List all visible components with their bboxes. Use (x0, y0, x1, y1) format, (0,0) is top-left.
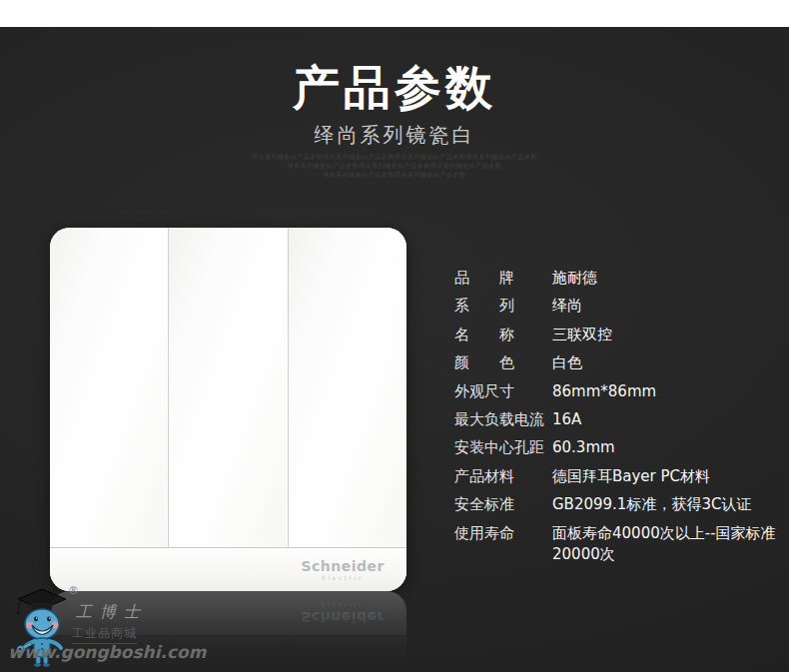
spec-label: 安装中心孔距 (454, 437, 552, 457)
spec-label: 名称 (454, 325, 552, 344)
watermark-name: 工博士 (76, 602, 148, 623)
top-white-strip (0, 0, 789, 27)
schneider-logo-subtext: Electric (301, 575, 385, 581)
spec-label: 颜色 (454, 352, 552, 372)
switch-panel-image: Schneider Electric (50, 228, 406, 591)
spec-row-dimensions: 外观尺寸 86mm*86mm (454, 377, 789, 405)
schneider-logo-text: Schneider (301, 559, 385, 573)
spec-row-max-current: 最大负载电流 16A (454, 405, 789, 433)
spec-value: 60.3mm (552, 437, 789, 458)
spec-row-brand: 品牌 施耐德 (454, 264, 789, 292)
micro-text-line: 绎尚系列镜瓷白产品参数绎尚系列镜瓷白产品参数绎尚系列镜瓷白产品参数绎尚系列镜瓷白… (0, 152, 789, 161)
spec-value: 绎尚 (552, 296, 789, 317)
spec-value: 白色 (552, 352, 789, 373)
schneider-logo: Schneider Electric (301, 559, 385, 581)
switch-rockers (50, 228, 406, 547)
spec-label: 产品材料 (454, 466, 552, 486)
spec-value: 面板寿命40000次以上--国家标准20000次 (552, 523, 789, 565)
spec-row-lifespan: 使用寿命 面板寿命40000次以上--国家标准20000次 (454, 519, 789, 565)
spec-value: 施耐德 (552, 268, 789, 289)
spec-row-series: 系列 绎尚 (454, 292, 789, 320)
watermark: ® 工博士 工业品商城 www.gongboshi.com (8, 582, 193, 672)
spec-label: 品牌 (454, 268, 552, 288)
watermark-url: www.gongboshi.com (8, 642, 206, 662)
rocker-right (288, 228, 406, 547)
page-title: 产品参数 (0, 64, 789, 111)
page-subtitle: 绎尚系列镜瓷白 (0, 125, 789, 145)
registered-trademark-icon: ® (68, 584, 79, 597)
spec-row-color: 颜色 白色 (454, 348, 789, 376)
spec-row-name: 名称 三联双控 (454, 321, 789, 348)
spec-row-safety-standard: 安全标准 GB2099.1标准，获得3C认证 (454, 490, 789, 518)
spec-label: 系列 (454, 296, 552, 316)
spec-value: 德国拜耳Bayer PC材料 (552, 466, 789, 487)
micro-text-line: 绎尚系列镜瓷白产品参数绎尚系列镜瓷白产品参数绎尚系列镜瓷白产品参数 (0, 161, 789, 170)
spec-row-hole-distance: 安装中心孔距 60.3mm (454, 433, 789, 461)
rocker-middle (168, 228, 287, 547)
spec-label: 使用寿命 (454, 523, 552, 543)
micro-text-line: 绎尚系列镜瓷白产品参数绎尚系列镜瓷白产品参数 (0, 170, 789, 179)
product-parameters-page: 产品参数 绎尚系列镜瓷白 绎尚系列镜瓷白产品参数绎尚系列镜瓷白产品参数绎尚系列镜… (0, 0, 789, 672)
decorative-micro-text: 绎尚系列镜瓷白产品参数绎尚系列镜瓷白产品参数绎尚系列镜瓷白产品参数绎尚系列镜瓷白… (0, 152, 789, 179)
spec-label: 安全标准 (454, 494, 552, 514)
spec-value: 16A (552, 409, 789, 430)
spec-table: 品牌 施耐德 系列 绎尚 名称 三联双控 颜色 白色 外观尺寸 86mm*86m… (454, 264, 789, 565)
spec-label: 外观尺寸 (454, 381, 552, 401)
spec-row-material: 产品材料 德国拜耳Bayer PC材料 (454, 462, 789, 490)
rocker-left (50, 228, 168, 547)
spec-value: 86mm*86mm (552, 381, 789, 402)
spec-label: 最大负载电流 (454, 409, 552, 429)
spec-value: GB2099.1标准，获得3C认证 (552, 494, 789, 515)
spec-value: 三联双控 (552, 325, 789, 345)
